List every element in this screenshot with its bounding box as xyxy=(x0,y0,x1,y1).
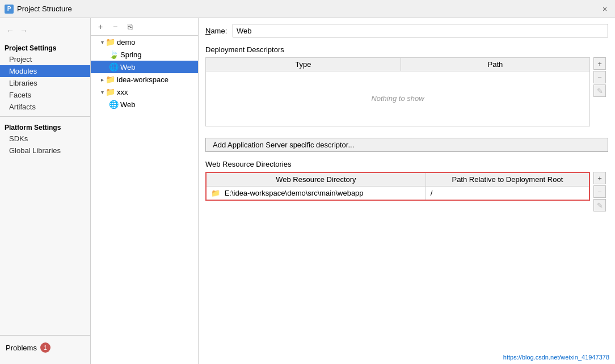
tree-node-idea-workspace[interactable]: ▸ 📁 idea-workspace xyxy=(91,73,198,86)
desc-add-button[interactable]: + xyxy=(593,57,606,70)
desc-remove-button[interactable]: − xyxy=(593,71,606,83)
folder-icon-workspace: 📁 xyxy=(106,75,115,84)
titlebar-title: Project Structure xyxy=(17,5,72,13)
nothing-to-show: Nothing to show xyxy=(206,71,589,126)
app-icon: P xyxy=(5,5,14,14)
platform-settings-label: Platform Settings xyxy=(0,120,90,133)
name-input[interactable] xyxy=(233,24,608,37)
web-res-table: Web Resource Directory Path Relative to … xyxy=(207,173,589,200)
sidebar-item-sdks-label: SDKs xyxy=(9,134,28,143)
sidebar-item-global-libraries[interactable]: Global Libraries xyxy=(0,145,90,156)
tree-copy-button[interactable]: ⎘ xyxy=(124,20,136,33)
titlebar: P Project Structure × xyxy=(0,0,615,18)
name-row: Name: xyxy=(205,24,608,37)
tree-node-web-selected[interactable]: 🌐 Web xyxy=(91,61,198,73)
desc-table-side-buttons: + − ✎ xyxy=(593,57,606,97)
tree-node-demo-label: demo xyxy=(117,38,136,46)
sidebar-item-libraries-label: Libraries xyxy=(9,79,37,87)
name-label: Name: xyxy=(205,27,228,35)
tree-remove-button[interactable]: − xyxy=(109,20,121,33)
web-icon: 🌐 xyxy=(109,62,119,71)
tree-add-button[interactable]: + xyxy=(94,20,107,33)
spring-icon: 🍃 xyxy=(109,50,119,59)
tree-node-xxx-label: xxx xyxy=(117,88,128,96)
project-settings-label: Project Settings xyxy=(0,41,90,53)
add-server-button[interactable]: Add Application Server specific descript… xyxy=(205,138,608,152)
sidebar-item-libraries[interactable]: Libraries xyxy=(0,77,90,89)
deployment-descriptors-wrapper: Type Path Nothing to show xyxy=(205,57,590,131)
problems-item[interactable]: Problems 1 xyxy=(5,340,86,355)
titlebar-left: P Project Structure xyxy=(5,5,72,14)
name-label-underline: N xyxy=(205,27,210,35)
desc-col-path: Path xyxy=(401,58,589,71)
url-text: https://blog.csdn.net/weixin_41947378 xyxy=(503,354,609,361)
web-res-table-side-buttons: + − ✎ xyxy=(593,172,606,211)
tree-node-web2-label: Web xyxy=(120,100,136,109)
name-label-text: Name: xyxy=(205,27,227,35)
deployment-descriptors-table: Type Path Nothing to show xyxy=(206,58,589,126)
sidebar-item-project-label: Project xyxy=(9,55,32,64)
folder-icon-xxx: 📁 xyxy=(106,87,115,96)
tree-node-xxx[interactable]: ▾ 📁 xxx xyxy=(91,86,198,98)
tree-panel: + − ⎘ ▾ 📁 demo 🍃 Spring 🌐 Web xyxy=(91,18,199,364)
sidebar-item-artifacts-label: Artifacts xyxy=(9,103,36,111)
sidebar-item-sdks[interactable]: SDKs xyxy=(0,133,90,145)
web-res-col-dir: Web Resource Directory xyxy=(207,173,426,187)
web-res-row[interactable]: 📁 E:\idea-workspace\demo\src\main\webapp… xyxy=(207,187,589,200)
deployment-descriptors-table-container: Type Path Nothing to show xyxy=(205,57,590,126)
deployment-descriptors-title: Deployment Descriptors xyxy=(205,45,608,54)
close-button[interactable]: × xyxy=(599,3,610,15)
problems-label: Problems xyxy=(6,344,37,352)
web-icon2: 🌐 xyxy=(109,100,119,109)
web-resource-title: Web Resource Directories xyxy=(205,160,608,168)
sidebar-item-project[interactable]: Project xyxy=(0,53,90,65)
sidebar-item-modules[interactable]: Modules xyxy=(0,65,90,77)
web-res-edit-button[interactable]: ✎ xyxy=(593,199,606,211)
desc-col-type: Type xyxy=(206,58,401,71)
problems-badge: 1 xyxy=(40,342,50,353)
main-container: ← → Project Settings Project Modules Lib… xyxy=(0,18,615,364)
chevron-down-icon-xxx: ▾ xyxy=(101,89,104,95)
web-res-row-dir: 📁 E:\idea-workspace\demo\src\main\webapp xyxy=(207,187,426,200)
tree-node-idea-workspace-label: idea-workspace xyxy=(117,75,169,84)
tree-and-panel: + − ⎘ ▾ 📁 demo 🍃 Spring 🌐 Web xyxy=(91,18,615,364)
nav-back-button[interactable]: ← xyxy=(5,25,16,36)
problems-section: Problems 1 xyxy=(0,335,90,359)
web-resource-container: Web Resource Directories Web Resource Di… xyxy=(205,160,608,201)
web-res-remove-button[interactable]: − xyxy=(593,185,606,198)
tree-node-spring-label: Spring xyxy=(120,50,142,59)
sidebar-item-artifacts[interactable]: Artifacts xyxy=(0,101,90,113)
tree-node-demo[interactable]: ▾ 📁 demo xyxy=(91,36,198,48)
tree-node-web2[interactable]: 🌐 Web xyxy=(91,98,198,111)
url-bar: https://blog.csdn.net/weixin_41947378 xyxy=(503,354,609,361)
web-res-table-wrapper: Web Resource Directory Path Relative to … xyxy=(205,172,590,201)
sidebar-item-global-libraries-label: Global Libraries xyxy=(9,146,61,155)
web-res-table-container: Web Resource Directory Path Relative to … xyxy=(205,172,590,201)
sidebar-item-facets-label: Facets xyxy=(9,91,31,99)
nav-buttons: ← → xyxy=(0,23,90,41)
folder-icon: 📁 xyxy=(106,37,115,46)
web-res-row-path: / xyxy=(426,187,589,200)
folder-small-icon: 📁 xyxy=(211,189,220,197)
right-panel: Name: Deployment Descriptors Type Pat xyxy=(199,18,615,364)
sidebar-divider xyxy=(0,116,90,117)
sidebar-item-modules-label: Modules xyxy=(9,67,37,75)
content-area: + − ⎘ ▾ 📁 demo 🍃 Spring 🌐 Web xyxy=(91,18,615,364)
chevron-right-icon: ▸ xyxy=(101,77,104,83)
desc-edit-button[interactable]: ✎ xyxy=(593,84,606,97)
chevron-down-icon: ▾ xyxy=(101,39,104,45)
tree-node-web-selected-label: Web xyxy=(120,63,136,71)
tree-toolbar: + − ⎘ xyxy=(91,18,198,36)
tree-node-spring[interactable]: 🍃 Spring xyxy=(91,48,198,61)
web-res-col-path: Path Relative to Deployment Root xyxy=(426,173,589,187)
web-res-dir-value: E:\idea-workspace\demo\src\main\webapp xyxy=(225,189,364,197)
sidebar: ← → Project Settings Project Modules Lib… xyxy=(0,18,91,364)
sidebar-item-facets[interactable]: Facets xyxy=(0,89,90,101)
web-res-add-button[interactable]: + xyxy=(593,172,606,184)
nav-forward-button[interactable]: → xyxy=(18,25,30,36)
add-server-button-label: Add Application Server specific descript… xyxy=(213,141,354,149)
